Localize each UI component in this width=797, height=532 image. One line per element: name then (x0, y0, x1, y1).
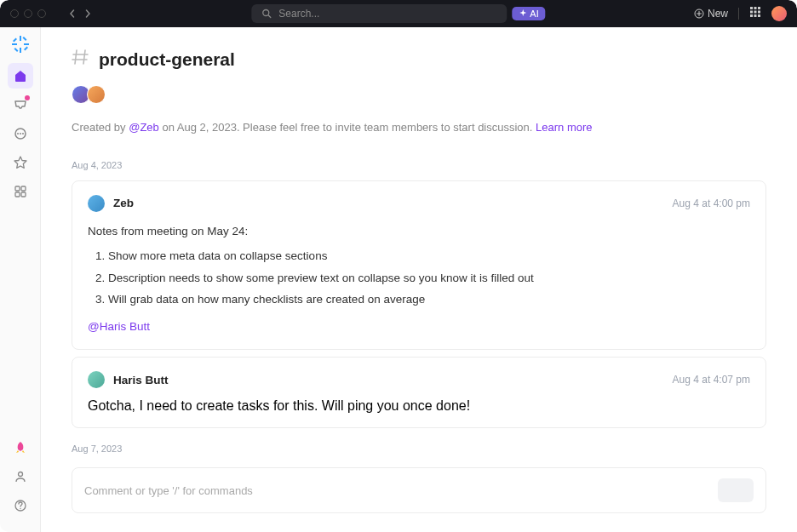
message-avatar[interactable] (88, 371, 105, 388)
window-controls (10, 9, 46, 18)
svg-rect-3 (754, 7, 757, 9)
svg-point-21 (20, 133, 21, 134)
svg-point-29 (20, 508, 20, 509)
svg-rect-7 (758, 11, 760, 14)
inbox-icon (14, 98, 27, 112)
learn-more-link[interactable]: Learn more (536, 121, 592, 134)
svg-rect-13 (12, 43, 17, 45)
ai-button[interactable]: AI (512, 7, 545, 20)
comment-composer[interactable] (72, 467, 766, 513)
titlebar: Search... AI New (0, 0, 797, 27)
search-icon (261, 9, 272, 19)
separator (738, 8, 739, 20)
sidebar-favorites[interactable] (8, 150, 33, 175)
channel-name: product-general (99, 49, 235, 70)
comment-input[interactable] (84, 484, 718, 497)
sidebar-inbox[interactable] (8, 92, 33, 117)
svg-rect-25 (15, 192, 20, 197)
message-body: Notes from meeting on May 24: Show more … (88, 222, 750, 336)
creator-link[interactable]: @Zeb (129, 121, 159, 134)
minimize-window[interactable] (24, 9, 32, 18)
svg-rect-9 (754, 14, 757, 17)
member-avatars[interactable] (72, 85, 766, 104)
sidebar-invite[interactable] (8, 464, 33, 489)
svg-rect-6 (754, 11, 757, 14)
date-separator: Aug 7, 2023 (72, 443, 766, 454)
sidebar-home[interactable] (8, 63, 33, 89)
more-icon (14, 127, 27, 140)
svg-point-20 (17, 133, 19, 134)
message-body: Gotcha, I need to create tasks for this.… (88, 398, 750, 414)
maximize-window[interactable] (37, 9, 46, 18)
svg-rect-14 (24, 43, 29, 45)
svg-rect-16 (24, 47, 28, 51)
star-icon (14, 156, 27, 169)
user-avatar[interactable] (771, 6, 787, 21)
svg-rect-12 (20, 48, 21, 53)
notification-dot (25, 95, 30, 100)
sidebar-dashboards[interactable] (8, 179, 33, 204)
nav-arrows (68, 7, 92, 20)
svg-rect-23 (15, 186, 20, 191)
mention-link[interactable]: @Haris Butt (88, 320, 150, 333)
main-content: product-general Created by @Zeb on Aug 2… (41, 27, 797, 532)
nav-forward[interactable] (83, 7, 92, 20)
channel-description: Created by @Zeb on Aug 2, 2023. Please f… (72, 119, 766, 136)
new-button[interactable]: New (694, 8, 728, 20)
message: Haris Butt Aug 4 at 4:07 pm Gotcha, I ne… (72, 357, 766, 428)
home-icon (14, 69, 27, 83)
rocket-icon (14, 441, 27, 455)
person-icon (14, 470, 27, 483)
plus-circle-icon (694, 9, 704, 19)
sidebar (0, 27, 41, 532)
svg-rect-5 (750, 11, 753, 14)
message: Zeb Aug 4 at 4:00 pm Notes from meeting … (72, 180, 766, 351)
svg-point-0 (263, 10, 269, 16)
svg-rect-18 (14, 48, 18, 52)
send-button[interactable] (718, 478, 754, 502)
grid-icon (14, 185, 27, 198)
sidebar-upgrade[interactable] (8, 435, 33, 460)
svg-rect-24 (21, 186, 26, 191)
svg-rect-15 (13, 38, 17, 43)
sidebar-more[interactable] (8, 121, 33, 146)
svg-rect-8 (750, 14, 753, 17)
sidebar-help[interactable] (8, 493, 33, 518)
apps-grid-icon[interactable] (749, 6, 761, 21)
svg-rect-17 (22, 37, 26, 41)
search-input[interactable]: Search... (251, 4, 507, 23)
close-window[interactable] (10, 9, 19, 18)
svg-point-22 (22, 133, 24, 134)
svg-rect-11 (20, 36, 21, 41)
date-separator: Aug 4, 2023 (72, 160, 766, 170)
channel-header: product-general (72, 48, 766, 72)
svg-rect-26 (21, 192, 26, 197)
message-time: Aug 4 at 4:07 pm (673, 374, 750, 386)
message-time: Aug 4 at 4:00 pm (673, 197, 750, 209)
svg-rect-4 (758, 7, 760, 9)
message-author[interactable]: Haris Butt (113, 374, 169, 386)
svg-rect-2 (750, 7, 753, 9)
svg-rect-10 (758, 14, 760, 17)
ai-sparkle-icon (519, 9, 527, 18)
message-author[interactable]: Zeb (113, 197, 134, 209)
nav-back[interactable] (68, 7, 77, 20)
member-avatar[interactable] (87, 85, 106, 104)
search-placeholder: Search... (278, 8, 319, 20)
hash-icon (72, 48, 90, 72)
app-logo[interactable] (12, 36, 29, 53)
message-avatar[interactable] (88, 195, 105, 212)
help-icon (14, 499, 27, 512)
svg-point-27 (18, 472, 22, 477)
